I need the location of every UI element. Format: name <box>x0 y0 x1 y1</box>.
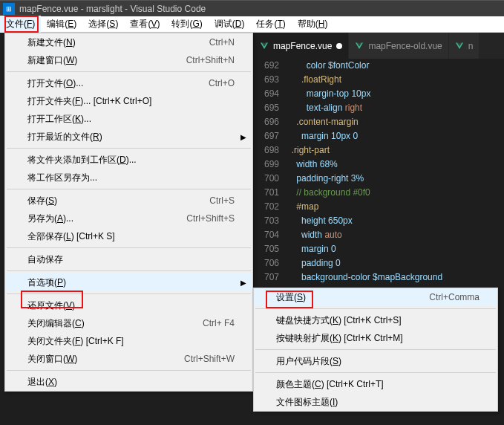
menu-item[interactable]: 用户代码片段(S) <box>254 352 497 370</box>
menu-item[interactable]: 关闭编辑器(C)Ctrl+ F4 <box>5 314 252 332</box>
tab-label: mapFence.vue <box>273 41 332 51</box>
tab[interactable]: mapFence-old.vue <box>349 33 448 59</box>
menu-item[interactable]: 另存为(A)...Ctrl+Shift+S <box>5 210 252 227</box>
tab[interactable]: mapFence.vue <box>254 33 349 59</box>
menu-item[interactable]: 打开工作区(K)... <box>5 110 252 128</box>
menu-item[interactable]: 打开最近的文件(R)▶ <box>5 128 252 146</box>
menu-item[interactable]: 退出(X) <box>5 373 252 391</box>
menu-item[interactable]: 自动保存 <box>5 250 252 268</box>
file-menu: 新建文件(N)Ctrl+N新建窗口(W)Ctrl+Shift+N打开文件(O).… <box>4 33 253 392</box>
menu-item[interactable]: 将文件夹添加到工作区(D)... <box>5 151 252 169</box>
menu-item[interactable]: 颜色主题(C) [Ctrl+K Ctrl+T] <box>254 375 497 393</box>
title-bar: ⊞ mapFence.vue - marslight - Visual Stud… <box>0 0 504 16</box>
menu-item[interactable]: 打开文件夹(F)... [Ctrl+K Ctrl+O] <box>5 92 252 110</box>
menu-item[interactable]: 键盘快捷方式(K) [Ctrl+K Ctrl+S] <box>254 311 497 329</box>
menu-item[interactable]: 将工作区另存为... <box>5 169 252 186</box>
menu-item[interactable]: 还原文件(V) <box>5 296 252 314</box>
menu-6[interactable]: 任务(T) <box>250 16 291 33</box>
menu-item[interactable]: 新建窗口(W)Ctrl+Shift+N <box>5 51 252 69</box>
dirty-indicator-icon <box>336 43 342 49</box>
menu-3[interactable]: 查看(V) <box>124 16 166 33</box>
menu-bar: 文件(F)编辑(E)选择(S)查看(V)转到(G)调试(D)任务(T)帮助(H) <box>0 16 504 33</box>
menu-7[interactable]: 帮助(H) <box>292 16 334 33</box>
menu-4[interactable]: 转到(G) <box>166 16 208 33</box>
editor-tabs: mapFence.vuemapFence-old.vuen <box>254 33 504 59</box>
menu-item[interactable]: 按键映射扩展(K) [Ctrl+K Ctrl+M] <box>254 329 497 347</box>
menu-1[interactable]: 编辑(E) <box>41 16 82 33</box>
menu-item[interactable]: 打开文件(O)...Ctrl+O <box>5 74 252 92</box>
menu-0[interactable]: 文件(F) <box>0 16 41 33</box>
tab-label: n <box>468 41 474 51</box>
menu-item[interactable]: 首选项(P)▶ <box>5 273 252 291</box>
menu-5[interactable]: 调试(D) <box>209 16 251 33</box>
tab-label: mapFence-old.vue <box>368 41 442 51</box>
tab[interactable]: n <box>449 33 480 59</box>
vscode-icon: ⊞ <box>3 3 15 15</box>
preferences-submenu: 设置(S)Ctrl+Comma键盘快捷方式(K) [Ctrl+K Ctrl+S]… <box>253 288 498 412</box>
menu-item[interactable]: 新建文件(N)Ctrl+N <box>5 33 252 51</box>
menu-item[interactable]: 全部保存(L) [Ctrl+K S] <box>5 227 252 245</box>
menu-item[interactable]: 关闭文件夹(F) [Ctrl+K F] <box>5 332 252 350</box>
menu-item[interactable]: 保存(S)Ctrl+S <box>5 192 252 210</box>
menu-item[interactable]: 文件图标主题(I) <box>254 393 497 411</box>
menu-item[interactable]: 设置(S)Ctrl+Comma <box>254 288 497 306</box>
window-title: mapFence.vue - marslight - Visual Studio… <box>19 4 206 14</box>
menu-2[interactable]: 选择(S) <box>82 16 124 33</box>
menu-item[interactable]: 关闭窗口(W)Ctrl+Shift+W <box>5 350 252 368</box>
